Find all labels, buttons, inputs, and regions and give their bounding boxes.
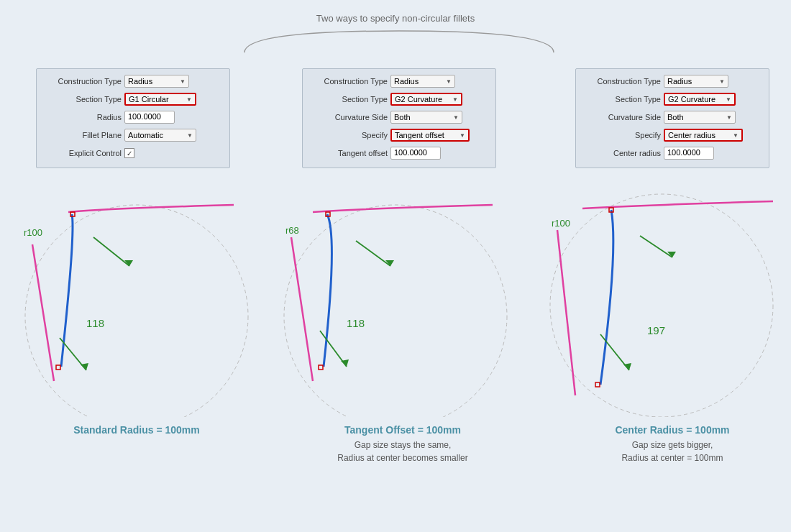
caption-1-title: Standard Radius = 100mm [22,424,252,436]
dropdown-value: Automatic [128,131,163,139]
svg-line-10 [356,241,390,266]
control-tangent-offset: 100.0000 [390,147,441,160]
caption-3: Center Radius = 100mm Gap size gets bigg… [564,424,780,464]
label-construction-type-1: Construction Type [42,77,122,86]
control-construction-type-1: Radius ▼ [124,75,189,88]
svg-line-19 [640,236,672,257]
svg-text:118: 118 [347,317,365,329]
svg-point-9 [284,205,507,417]
dropdown-value: Tangent offset [395,131,444,139]
control-curvature-side-2: Both ▼ [390,111,462,124]
dropdown-value: Both [667,113,684,121]
svg-text:r68: r68 [285,225,299,236]
input-radius-1[interactable]: 100.0000 [124,111,175,124]
label-radius-1: Radius [42,113,122,121]
panel-3-row-specify: Specify Center radius ▼ [582,127,763,143]
label-construction-type-3: Construction Type [582,77,661,86]
control-center-radius: 100.0000 [664,147,714,160]
panel-2-row-specify: Specify Tangent offset ▼ [308,127,490,143]
label-specify-2: Specify [308,131,388,139]
dropdown-construction-type-3[interactable]: Radius ▼ [664,75,728,88]
svg-text:197: 197 [647,324,665,336]
panel-3-row-construction: Construction Type Radius ▼ [582,73,763,89]
label-section-type-3: Section Type [582,95,661,104]
panel-1-row-construction: Construction Type Radius ▼ [42,73,224,89]
caption-2: Tangent Offset = 100mm Gap size stays th… [288,424,518,464]
dropdown-specify-2[interactable]: Tangent offset ▼ [390,129,470,142]
caption-3-line-2: Radius at center = 100mm [621,453,723,463]
control-specify-3: Center radius ▼ [664,129,743,142]
checkbox-explicit[interactable]: ✓ [124,148,134,158]
panel-3-row-section: Section Type G2 Curvature ▼ [582,91,763,107]
label-construction-type-2: Construction Type [308,77,388,86]
panel-1-row-radius: Radius 100.0000 [42,109,224,125]
panel-2-row-tangent-offset: Tangent offset 100.0000 [308,145,490,161]
svg-text:r100: r100 [24,227,42,238]
dropdown-arrow-1: ▼ [180,78,186,85]
caption-3-title: Center Radius = 100mm [564,424,780,436]
page-container: Two ways to specify non-circular fillets… [0,0,791,532]
caption-2-text: Gap size stays the same, Radius at cente… [288,439,518,464]
control-construction-type-2: Radius ▼ [390,75,455,88]
dropdown-section-type-2[interactable]: G2 Curvature ▼ [390,93,462,106]
label-section-type-2: Section Type [308,95,388,104]
panel-2: Construction Type Radius ▼ Section Type … [302,68,496,168]
dropdown-construction-type-2[interactable]: Radius ▼ [390,75,455,88]
panel-1: Construction Type Radius ▼ Section Type … [36,68,230,168]
diagram-2: r68 118 [270,173,525,417]
input-tangent-offset[interactable]: 100.0000 [390,147,441,160]
dropdown-section-type-1[interactable]: G1 Circular ▼ [124,93,196,106]
panel-2-row-section: Section Type G2 Curvature ▼ [308,91,490,107]
dropdown-arrow-9: ▼ [726,96,731,103]
label-explicit-control: Explicit Control [42,149,122,157]
panel-1-row-explicit: Explicit Control ✓ [42,145,224,161]
dropdown-value: G2 Curvature [395,95,442,104]
svg-rect-24 [595,382,600,387]
diagram-1: r100 118 [11,173,266,417]
panel-3-row-center-radius: Center radius 100.0000 [582,145,763,161]
dropdown-arrow-5: ▼ [452,96,458,103]
dropdown-section-type-3[interactable]: G2 Curvature ▼ [664,93,736,106]
svg-text:r100: r100 [552,218,570,229]
dropdown-arrow-3: ▼ [187,132,193,139]
control-section-type-2: G2 Curvature ▼ [390,93,462,106]
dropdown-curvature-side-2[interactable]: Both ▼ [390,111,462,124]
panel-3: Construction Type Radius ▼ Section Type … [575,68,769,168]
caption-3-line-1: Gap size gets bigger, [632,440,713,450]
label-curvature-side-2: Curvature Side [308,113,388,121]
caption-2-line-2: Radius at center becomes smaller [337,453,467,463]
svg-rect-15 [319,365,323,370]
svg-line-1 [93,237,129,266]
input-center-radius[interactable]: 100.0000 [664,147,714,160]
dropdown-value: Radius [667,77,692,86]
dropdown-arrow-10: ▼ [726,114,732,121]
dropdown-value: Radius [394,77,419,86]
brace-decoration [237,27,561,56]
dropdown-arrow-11: ▼ [733,132,739,139]
diagram-3: r100 197 [536,173,791,417]
svg-rect-6 [56,365,60,370]
control-section-type-1: G1 Circular ▼ [124,93,196,106]
caption-1: Standard Radius = 100mm [22,424,252,439]
dropdown-arrow-6: ▼ [453,114,459,121]
caption-3-text: Gap size gets bigger, Radius at center =… [564,439,780,464]
control-curvature-side-3: Both ▼ [664,111,736,124]
label-specify-3: Specify [582,131,661,139]
svg-text:118: 118 [86,317,104,329]
control-construction-type-3: Radius ▼ [664,75,728,88]
dropdown-fillet-plane[interactable]: Automatic ▼ [124,129,196,142]
panel-1-row-section: Section Type G1 Circular ▼ [42,91,224,107]
dropdown-value: G1 Circular [129,95,169,104]
control-section-type-3: G2 Curvature ▼ [664,93,736,106]
dropdown-value: Center radius [668,131,715,139]
dropdown-arrow-8: ▼ [719,78,725,85]
svg-point-18 [550,194,773,417]
dropdown-construction-type-1[interactable]: Radius ▼ [124,75,189,88]
dropdown-curvature-side-3[interactable]: Both ▼ [664,111,736,124]
label-curvature-side-3: Curvature Side [582,113,661,121]
label-fillet-plane: Fillet Plane [42,131,122,139]
caption-2-title: Tangent Offset = 100mm [288,424,518,436]
dropdown-specify-3[interactable]: Center radius ▼ [664,129,743,142]
panel-2-row-curvature: Curvature Side Both ▼ [308,109,490,125]
panel-1-row-filletplane: Fillet Plane Automatic ▼ [42,127,224,143]
